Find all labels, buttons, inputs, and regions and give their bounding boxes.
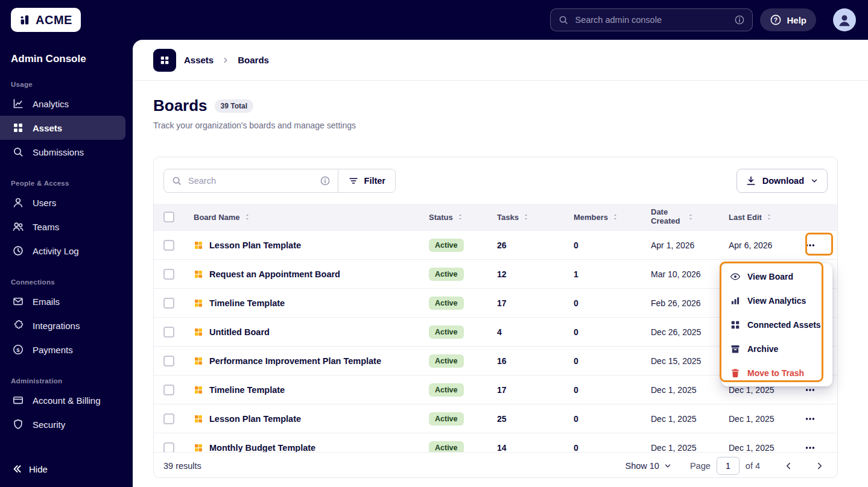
- column-header-board-name[interactable]: Board Name: [183, 213, 429, 222]
- breadcrumb-parent[interactable]: Assets: [184, 55, 214, 65]
- board-name[interactable]: Timeline Template: [209, 298, 285, 308]
- last-edit: Dec 1, 2025: [729, 443, 801, 453]
- menu-item-archive[interactable]: Archive: [721, 337, 832, 361]
- board-icon: [194, 298, 203, 308]
- info-icon[interactable]: [320, 175, 331, 186]
- date-created: Dec 1, 2025: [651, 385, 729, 395]
- sidebar-item-label: Submissions: [33, 147, 84, 157]
- column-header-tasks[interactable]: Tasks: [497, 213, 574, 222]
- board-name[interactable]: Untitled Board: [209, 327, 270, 337]
- search-icon: [558, 14, 569, 25]
- sidebar-item-teams[interactable]: Teams: [0, 215, 125, 239]
- column-header-status[interactable]: Status: [429, 213, 497, 222]
- members-count: 1: [574, 269, 651, 279]
- board-name[interactable]: Lesson Plan Template: [209, 240, 301, 250]
- menu-item-view-analytics[interactable]: View Analytics: [721, 289, 832, 313]
- table-search-input[interactable]: [188, 176, 314, 186]
- column-header-date-created[interactable]: Date Created: [651, 208, 729, 226]
- board-name[interactable]: Monthly Budget Template: [209, 443, 315, 453]
- last-edit: Dec 1, 2025: [729, 414, 801, 424]
- next-page-button[interactable]: [812, 458, 828, 474]
- help-button[interactable]: Help: [760, 8, 816, 31]
- menu-item-move-to-trash[interactable]: Move to Trash: [721, 361, 832, 385]
- row-actions-button[interactable]: [801, 410, 819, 428]
- row-checkbox[interactable]: [163, 413, 174, 424]
- avatar[interactable]: [833, 8, 856, 31]
- sort-icon[interactable]: [522, 213, 530, 221]
- sidebar-item-submissions[interactable]: Submissions: [0, 140, 125, 164]
- board-name[interactable]: Lesson Plan Template: [209, 414, 301, 424]
- last-edit: Apr 6, 2026: [729, 240, 801, 250]
- sidebar-item-label: Assets: [33, 123, 62, 133]
- board-name[interactable]: Timeline Template: [209, 385, 285, 395]
- admin-search: [550, 8, 753, 31]
- row-actions-button[interactable]: [801, 236, 819, 254]
- person-icon: [837, 12, 852, 28]
- members-count: 0: [574, 414, 651, 424]
- archive-icon: [730, 344, 741, 354]
- activity-clock-icon: [12, 245, 24, 257]
- sort-icon[interactable]: [243, 213, 252, 221]
- sidebar-item-users[interactable]: Users: [0, 190, 125, 215]
- menu-item-view-board[interactable]: View Board: [721, 265, 832, 289]
- table-row: Lesson Plan Template Active 25 0 Dec 1, …: [154, 404, 837, 433]
- row-actions-button[interactable]: [801, 439, 819, 453]
- date-created: Dec 26, 2025: [651, 327, 729, 337]
- menu-item-connected-assets[interactable]: Connected Assets: [721, 313, 832, 337]
- row-checkbox[interactable]: [163, 356, 174, 366]
- breadcrumb: Assets Boards: [133, 40, 868, 81]
- board-name[interactable]: Performance Improvement Plan Template: [209, 356, 381, 366]
- sidebar-item-label: Users: [33, 198, 56, 208]
- shield-icon: [12, 418, 24, 430]
- tasks-count: 17: [497, 385, 574, 395]
- results-count: 39 results: [163, 461, 201, 471]
- row-checkbox[interactable]: [163, 327, 174, 338]
- chevron-right-icon: [814, 460, 825, 471]
- app-root: ACME Help Admin Console Usage Analytics …: [0, 0, 868, 487]
- board-name[interactable]: Request an Appointment Board: [209, 269, 340, 279]
- search-filter-control: Filter: [163, 169, 396, 193]
- sidebar-item-emails[interactable]: Emails: [0, 289, 125, 313]
- sidebar-item-activity-log[interactable]: Activity Log: [0, 239, 125, 263]
- sidebar-item-integrations[interactable]: Integrations: [0, 313, 125, 338]
- previous-page-button[interactable]: [781, 458, 796, 474]
- search-icon: [171, 175, 182, 186]
- sort-icon[interactable]: [611, 213, 619, 221]
- sidebar-item-payments[interactable]: Payments: [0, 338, 125, 362]
- sort-icon[interactable]: [456, 213, 464, 221]
- breadcrumb-current: Boards: [238, 55, 269, 65]
- page-label: Page: [690, 461, 711, 471]
- sidebar-item-account-billing[interactable]: Account & Billing: [0, 388, 125, 412]
- sort-icon[interactable]: [765, 213, 773, 221]
- column-header-members[interactable]: Members: [574, 213, 651, 222]
- info-icon[interactable]: [734, 14, 745, 25]
- board-icon: [194, 385, 203, 395]
- row-checkbox[interactable]: [163, 240, 174, 251]
- admin-search-input[interactable]: [575, 15, 728, 25]
- select-all-checkbox[interactable]: [163, 212, 174, 222]
- page-number-input[interactable]: [717, 457, 740, 475]
- tasks-count: 4: [497, 327, 574, 337]
- download-button[interactable]: Download: [737, 169, 828, 193]
- sidebar-item-security[interactable]: Security: [0, 412, 125, 436]
- sidebar-item-assets[interactable]: Assets: [0, 116, 125, 140]
- show-per-page-select[interactable]: Show 10: [626, 461, 672, 471]
- row-checkbox[interactable]: [163, 385, 174, 395]
- acme-logo[interactable]: ACME: [11, 8, 81, 32]
- filter-button[interactable]: Filter: [338, 169, 395, 192]
- table-footer: 39 results Show 10 Page of 4: [154, 452, 837, 478]
- date-created: Feb 26, 2026: [651, 298, 729, 308]
- row-checkbox[interactable]: [163, 442, 174, 453]
- status-badge: Active: [429, 354, 464, 368]
- page-of-label: of 4: [746, 461, 760, 471]
- sidebar: Admin Console Usage Analytics Assets Sub…: [0, 40, 133, 487]
- hide-sidebar-button[interactable]: Hide: [11, 458, 48, 480]
- members-count: 0: [574, 385, 651, 395]
- row-checkbox[interactable]: [163, 269, 174, 280]
- sort-icon[interactable]: [686, 213, 695, 221]
- column-header-last-edit[interactable]: Last Edit: [729, 213, 801, 222]
- status-badge: Active: [429, 412, 464, 426]
- row-checkbox[interactable]: [163, 298, 174, 309]
- sidebar-item-analytics[interactable]: Analytics: [0, 92, 125, 116]
- table-row: Lesson Plan Template Active 26 0 Apr 1, …: [154, 230, 837, 259]
